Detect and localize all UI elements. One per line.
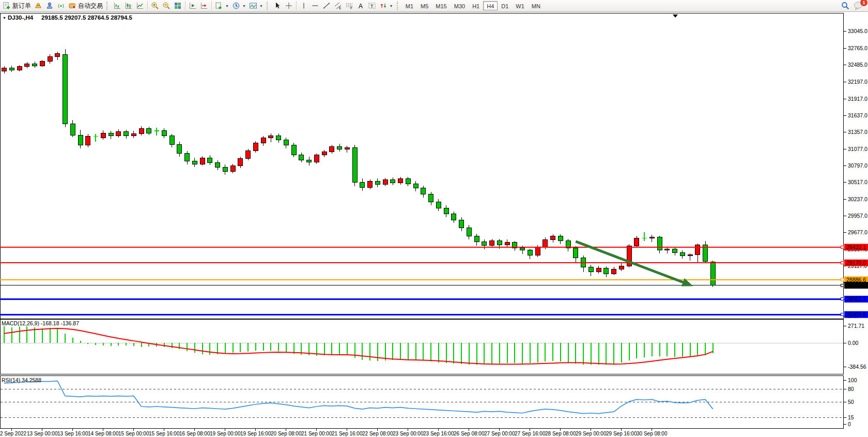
- cursor-button[interactable]: [272, 1, 283, 11]
- down-candle: [444, 208, 448, 214]
- timeframe-M30[interactable]: M30: [451, 1, 469, 10]
- signals-icon: [57, 2, 65, 10]
- down-candle: [208, 158, 212, 162]
- down-candle: [574, 248, 578, 258]
- down-candle: [421, 188, 426, 194]
- timeframe-D1[interactable]: D1: [498, 1, 512, 10]
- down-candle: [429, 194, 433, 202]
- time-tick-label: 22 Sep 08:00: [362, 431, 393, 436]
- price-tick-label: 33045.0: [848, 28, 867, 34]
- up-candle: [596, 268, 601, 272]
- down-candle: [436, 202, 441, 208]
- timeframe-M5[interactable]: M5: [417, 1, 432, 10]
- new-template-icon: [215, 2, 223, 10]
- time-tick-label: 20 Sep 08:00: [271, 431, 302, 436]
- timeframe-M1[interactable]: M1: [402, 1, 417, 10]
- down-candle: [70, 124, 75, 135]
- timeframe-M15[interactable]: M15: [432, 1, 450, 10]
- up-candle: [139, 128, 144, 133]
- fibonacci-button[interactable]: F: [344, 1, 355, 11]
- chart-shift-button[interactable]: [198, 1, 210, 11]
- tile-windows-button[interactable]: [172, 1, 183, 11]
- toolbar-right-icons: 1: [839, 1, 865, 11]
- down-candle: [375, 181, 380, 185]
- autotrading-button[interactable]: 自动交易: [67, 1, 104, 11]
- indicators-button[interactable]: ▼: [247, 1, 265, 11]
- up-candle: [330, 146, 334, 152]
- zoom-out-button[interactable]: [161, 1, 172, 11]
- signals-button[interactable]: [55, 1, 67, 11]
- candlestick-chart-button[interactable]: [123, 1, 134, 11]
- down-candle: [9, 68, 14, 70]
- crosshair-button[interactable]: [283, 1, 295, 11]
- down-candle: [588, 267, 593, 272]
- down-candle: [109, 133, 113, 135]
- down-candle: [710, 262, 715, 285]
- svg-text:E: E: [339, 6, 342, 10]
- toolbar-grip: [397, 2, 400, 10]
- toolbar-separator: [147, 1, 148, 10]
- price-tick-label: 31357.0: [848, 129, 867, 135]
- up-candle: [101, 133, 105, 138]
- bar-chart-button[interactable]: [112, 1, 123, 11]
- down-candle: [78, 135, 83, 145]
- down-candle: [452, 214, 456, 220]
- down-candle: [276, 135, 281, 140]
- zoom-in-button[interactable]: [149, 1, 161, 11]
- svg-text:T: T: [370, 4, 374, 9]
- timeframe-H4[interactable]: H4: [483, 1, 498, 10]
- horizontal-line-button[interactable]: [309, 1, 321, 11]
- timeframe-H1[interactable]: H1: [469, 1, 483, 10]
- period-clock-button[interactable]: ▼: [230, 1, 247, 11]
- down-candle: [215, 162, 220, 167]
- new-order-button[interactable]: 新订单: [1, 1, 33, 11]
- arrows-button[interactable]: ▼: [378, 1, 395, 11]
- line-chart-button[interactable]: [134, 1, 146, 11]
- up-candle: [398, 178, 403, 183]
- up-candle: [314, 155, 319, 162]
- clock-icon: [232, 2, 240, 10]
- up-candle: [322, 152, 327, 155]
- down-candle: [680, 253, 685, 256]
- down-candle: [177, 145, 182, 154]
- text-label-icon: T: [368, 2, 376, 10]
- rsi-line: [4, 381, 713, 414]
- search-button[interactable]: [839, 1, 851, 11]
- price-tick-label: 32197.0: [848, 79, 867, 85]
- text-button[interactable]: A: [355, 1, 366, 11]
- autotrading-icon: [68, 2, 76, 10]
- text-label-button[interactable]: T: [366, 1, 378, 11]
- up-candle: [383, 180, 388, 185]
- up-candle: [612, 269, 616, 274]
- chart-title-symbol: DJ30-,H4: [8, 14, 34, 21]
- chart-shift-marker-icon[interactable]: [673, 14, 678, 18]
- time-axis[interactable]: 12 Sep 202213 Sep 00:0013 Sep 16:0014 Se…: [0, 429, 668, 436]
- down-candle: [291, 145, 296, 155]
- tile-windows-icon: [174, 2, 182, 10]
- price-tick-label: 30797.0: [848, 162, 867, 169]
- time-tick-label: 28 Sep 08:00: [545, 431, 576, 436]
- time-tick-label: 29 Sep 00:00: [576, 431, 607, 436]
- time-tick-label: 21 Sep 00:00: [301, 431, 332, 436]
- auto-scroll-button[interactable]: [187, 1, 198, 11]
- down-candle: [474, 236, 479, 242]
- equidistant-channel-button[interactable]: E: [332, 1, 344, 11]
- down-candle: [391, 180, 395, 183]
- new-template-button[interactable]: ▼: [213, 1, 230, 11]
- down-candle: [299, 155, 304, 160]
- chart-canvas[interactable]: 33045.032765.032485.032197.031917.031637…: [0, 0, 868, 437]
- down-candle: [459, 220, 464, 228]
- timeframe-MN[interactable]: MN: [528, 1, 544, 10]
- new-order-icon: [3, 2, 11, 10]
- trendline-button[interactable]: [321, 1, 332, 11]
- bar-chart-icon: [113, 2, 121, 10]
- price-axis[interactable]: 33045.032765.032485.032197.031917.031637…: [844, 28, 867, 319]
- gold-ingot-button[interactable]: [33, 1, 44, 11]
- vertical-line-button[interactable]: [298, 1, 309, 11]
- symbol-dropdown-marker[interactable]: ▼: [3, 16, 6, 20]
- price-lines-layer[interactable]: 29432.129170.028886.628794.528562.128303…: [0, 244, 868, 318]
- time-tick-label: 16 Sep 08:00: [179, 431, 210, 436]
- profile-button[interactable]: [44, 1, 55, 11]
- timeframe-W1[interactable]: W1: [512, 1, 528, 10]
- price-tick-label: 30517.0: [848, 179, 867, 185]
